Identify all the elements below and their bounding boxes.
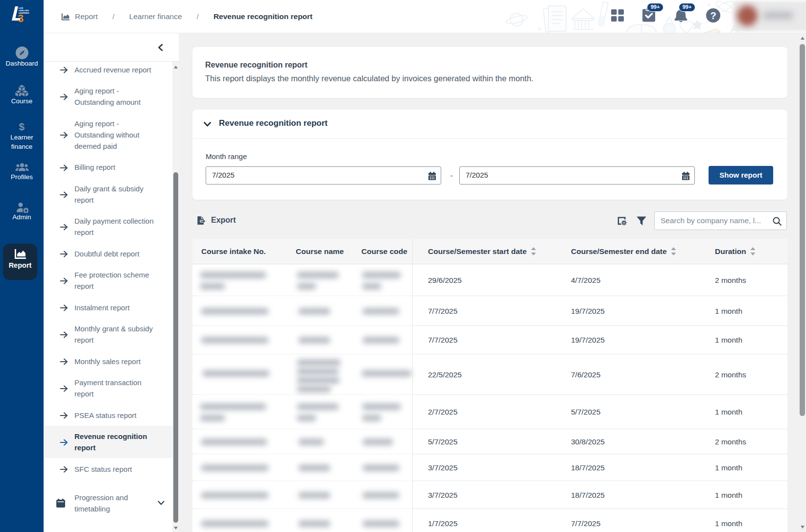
svg-text:$: $ <box>19 121 24 132</box>
svg-text:?: ? <box>710 10 716 21</box>
svg-text:3: 3 <box>18 12 24 24</box>
